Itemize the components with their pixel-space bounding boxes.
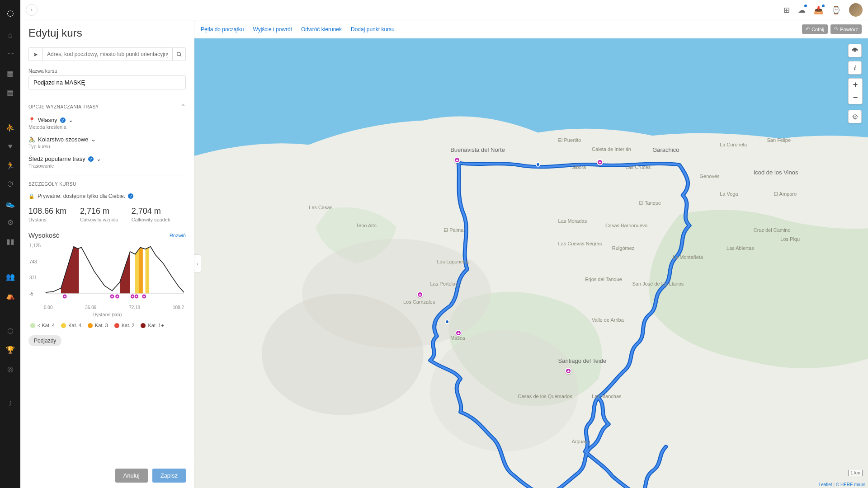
community-icon[interactable]: ⛺ <box>6 291 15 300</box>
legend-item: Kat. 4 <box>61 323 81 328</box>
heart-icon[interactable]: ♥ <box>6 142 15 151</box>
inbox-icon[interactable]: 📥 <box>814 5 823 15</box>
zoom-controls: + − <box>848 78 863 104</box>
course-name-input[interactable] <box>28 75 186 89</box>
bulb-icon[interactable]: ⚙ <box>6 218 15 227</box>
badge-icon[interactable]: ⬡ <box>6 326 15 335</box>
trophy-icon[interactable]: 🏆 <box>6 345 15 354</box>
shoe-icon[interactable]: 👟 <box>6 199 15 208</box>
routing-options-header[interactable]: OPCJE WYZNACZANIA TRASY ⌃ <box>28 103 186 110</box>
map-container: Pętla do początkuWyjście i powrótOdwróć … <box>194 20 868 488</box>
news-icon[interactable]: ▤ <box>6 88 15 97</box>
info-badge-icon: ? <box>60 117 66 123</box>
map-info-button[interactable]: i <box>848 61 862 75</box>
elevation-chart[interactable]: -53717481,125 <box>33 244 186 302</box>
privacy-row[interactable]: 🔒 Prywatne: dostępne tylko dla Ciebie. ? <box>28 193 186 199</box>
crosshair-icon <box>852 113 859 120</box>
location-arrow-icon[interactable]: ➤ <box>28 47 42 61</box>
activity-icon[interactable]: 〰 <box>6 50 15 59</box>
target-icon[interactable]: ◎ <box>6 364 15 373</box>
pin-icon: 📍 <box>28 117 35 123</box>
calendar-icon[interactable]: ▦ <box>6 69 15 78</box>
popular-routes-option[interactable]: Śledź popularne trasy?⌄ Trasowanie <box>28 155 186 169</box>
user-avatar[interactable] <box>849 3 863 17</box>
route-waypoint[interactable] <box>445 319 449 324</box>
course-details-header: SZCZEGÓŁY KURSU <box>28 182 186 187</box>
stats-icon[interactable]: ▮▮ <box>6 237 15 246</box>
layers-icon <box>851 47 859 54</box>
chart-ytick: 1,125 <box>29 243 41 248</box>
left-navbar: ◌ ⌂ 〰 ▦ ▤ ⛹ ♥ 🏃 ⏱ 👟 ⚙ ▮▮ 👥 ⛺ ⬡ 🏆 ◎ i <box>0 0 20 488</box>
climb-marker-icon[interactable] <box>454 157 460 163</box>
route-waypoint[interactable] <box>536 162 540 167</box>
course-type-option[interactable]: 🚴Kolarstwo szosowe⌄ Typ kursu <box>28 136 186 149</box>
cancel-button[interactable]: Anuluj <box>115 469 148 483</box>
chart-xtick: 0.00 <box>44 305 52 310</box>
topbar: › ⊞ ☁ 📥 ⌚ <box>20 0 868 20</box>
address-input[interactable] <box>42 47 172 61</box>
svg-point-0 <box>177 52 180 56</box>
climb-marker-icon[interactable] <box>565 368 571 374</box>
watch-icon[interactable]: ⌚ <box>831 5 841 15</box>
here-link[interactable]: © HERE maps <box>836 482 865 487</box>
chevron-down-icon: ⌄ <box>68 117 73 123</box>
drawing-method-option[interactable]: 📍Własny?⌄ Metoda kreślenia <box>28 117 186 130</box>
action-buttons: Anuluj Zapisz <box>20 463 194 488</box>
lock-icon: 🔒 <box>28 193 35 199</box>
elevation-title: Wysokość <box>28 231 59 239</box>
search-button[interactable] <box>172 47 186 61</box>
expand-link[interactable]: Rozwiń <box>170 233 186 238</box>
map-canvas[interactable]: ‹ <box>194 38 868 488</box>
climb-marker-icon[interactable] <box>417 291 423 298</box>
home-icon[interactable]: ⌂ <box>6 31 15 40</box>
locate-button[interactable] <box>848 110 862 123</box>
climb-marker-icon[interactable] <box>597 159 603 165</box>
info-badge-icon: ? <box>128 193 133 199</box>
undo-button[interactable]: ↶Cofnij <box>802 24 828 34</box>
layers-button[interactable] <box>848 44 862 57</box>
climb-marker-icon[interactable] <box>455 330 462 336</box>
chart-xticks: 0.0036.0972.18108.2 <box>28 305 186 310</box>
chart-xlabel: Dystans (km) <box>28 312 186 317</box>
map-toolbar-link[interactable]: Dodaj punkt kursu <box>351 26 395 33</box>
svg-point-11 <box>430 330 579 451</box>
map-attribution: Leaflet | © HERE maps <box>819 482 865 487</box>
runner-icon[interactable]: 🏃 <box>6 161 15 170</box>
page-title: Edytuj kurs <box>28 27 186 39</box>
cloud-sync-icon[interactable]: ☁ <box>798 5 806 15</box>
group-icon[interactable]: 👥 <box>6 272 15 281</box>
stat-ascent: 2,716 m Całkowity wznios <box>80 206 118 222</box>
legend-swatch <box>30 323 35 328</box>
legend-item: Kat. 1+ <box>141 323 164 328</box>
collapse-sidebar-button[interactable]: › <box>26 4 38 16</box>
zoom-in-button[interactable]: + <box>849 79 862 91</box>
course-stats: 108.66 km Dystans 2,716 m Całkowity wzni… <box>28 206 186 222</box>
chart-xtick: 36.09 <box>85 305 96 310</box>
chart-legend: < Kat. 4Kat. 4Kat. 3Kat. 2Kat. 1+ <box>28 323 186 328</box>
person-icon[interactable]: ⛹ <box>6 123 15 132</box>
address-search: ➤ <box>28 47 186 61</box>
search-icon <box>176 52 182 57</box>
map-toolbar-link[interactable]: Pętla do początku <box>201 26 244 33</box>
map-toolbar-link[interactable]: Odwróć kierunek <box>301 26 342 33</box>
legend-swatch <box>141 323 146 328</box>
svg-line-1 <box>180 55 181 56</box>
app-logo-icon[interactable]: ◌ <box>7 8 14 18</box>
zoom-out-button[interactable]: − <box>849 91 862 104</box>
map-toolbar-link[interactable]: Wyjście i powrót <box>253 26 292 33</box>
redo-button[interactable]: ↷Powtórz <box>830 24 862 34</box>
course-name-label: Nazwa kursu <box>28 68 186 74</box>
bike-icon: 🚴 <box>28 136 35 143</box>
undo-icon: ↶ <box>806 26 810 32</box>
chart-xtick: 72.18 <box>129 305 140 310</box>
legend-item: < Kat. 4 <box>30 323 55 328</box>
add-icon[interactable]: ⊞ <box>783 5 790 15</box>
save-button[interactable]: Zapisz <box>152 469 186 483</box>
chevron-up-icon: ⌃ <box>180 103 186 110</box>
info-icon[interactable]: i <box>6 399 15 408</box>
leaflet-link[interactable]: Leaflet <box>819 482 832 487</box>
collapse-panel-tab[interactable]: ‹ <box>194 254 201 272</box>
stopwatch-icon[interactable]: ⏱ <box>6 180 15 189</box>
climbs-button[interactable]: Podjazdy <box>28 335 61 346</box>
chart-ytick: -5 <box>29 291 33 296</box>
